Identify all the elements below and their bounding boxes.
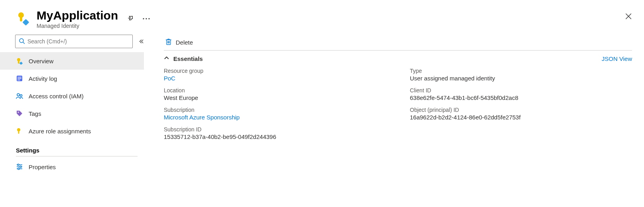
- sidebar-item-label: Tags: [29, 110, 41, 117]
- field-value: 16a9622d-b2d2-4124-86e0-62dd5fe2753f: [410, 114, 632, 121]
- key-small-icon: [16, 127, 23, 135]
- svg-point-18: [20, 95, 22, 97]
- activity-log-icon: [16, 75, 23, 82]
- field-value: 638e62fe-5474-43b1-bc6f-5435bf0d2ac8: [410, 94, 632, 101]
- svg-point-3: [143, 18, 144, 19]
- field-label: Resource group: [164, 68, 386, 74]
- essentials-grid: Resource group PoC Location West Europe …: [164, 68, 632, 146]
- svg-rect-21: [18, 131, 19, 134]
- svg-rect-16: [17, 80, 20, 80]
- key-icon: [16, 57, 23, 64]
- page-subtitle: Managed Identity: [37, 23, 632, 29]
- svg-point-8: [19, 39, 23, 43]
- page-header: MyApplication Managed Identity: [0, 0, 644, 35]
- field-resource-group: Resource group PoC: [164, 68, 386, 82]
- svg-rect-1: [20, 16, 22, 21]
- field-label: Subscription: [164, 107, 386, 113]
- field-subscription-id: Subscription ID 15335712-b37a-40b2-be95-…: [164, 126, 386, 140]
- sidebar-item-label: Properties: [29, 164, 56, 170]
- main-content: Delete Essentials JSON View Resource gro…: [144, 35, 644, 206]
- field-label: Type: [410, 68, 632, 74]
- field-value: West Europe: [164, 94, 386, 101]
- field-value-link[interactable]: PoC: [164, 75, 386, 82]
- svg-point-17: [17, 94, 19, 96]
- sidebar-item-overview[interactable]: Overview: [0, 52, 144, 70]
- tag-icon: [16, 110, 23, 117]
- trash-icon: [165, 38, 172, 47]
- field-label: Object (principal) ID: [410, 107, 632, 113]
- people-icon: [16, 92, 23, 100]
- svg-point-4: [145, 18, 147, 19]
- field-label: Location: [164, 87, 386, 94]
- svg-rect-2: [23, 19, 29, 25]
- search-input[interactable]: [27, 38, 129, 45]
- essentials-right-column: Type User assigned managed identity Clie…: [410, 68, 632, 146]
- sidebar: Overview Activity log Access control (IA…: [0, 35, 144, 206]
- field-subscription: Subscription Microsoft Azure Sponsorship: [164, 107, 386, 121]
- svg-rect-15: [17, 78, 21, 79]
- delete-button-label: Delete: [176, 39, 193, 46]
- sidebar-item-properties[interactable]: Properties: [0, 158, 144, 176]
- svg-rect-11: [18, 61, 19, 64]
- field-label: Subscription ID: [164, 126, 386, 133]
- svg-point-5: [148, 18, 149, 19]
- sidebar-item-label: Azure role assignments: [29, 128, 91, 135]
- essentials-heading: Essentials: [173, 55, 203, 62]
- field-label: Client ID: [410, 87, 632, 94]
- field-location: Location West Europe: [164, 87, 386, 101]
- field-value: 15335712-b37a-40b2-be95-049f2d244396: [164, 133, 386, 140]
- sidebar-item-tags[interactable]: Tags: [0, 105, 144, 122]
- chevron-up-icon: [164, 55, 169, 62]
- svg-point-19: [18, 112, 19, 113]
- sidebar-item-label: Overview: [29, 58, 54, 64]
- sidebar-nav: Overview Activity log Access control (IA…: [0, 52, 144, 176]
- delete-button[interactable]: Delete: [164, 37, 194, 48]
- sidebar-item-label: Activity log: [29, 75, 57, 82]
- sidebar-item-azure-role-assignments[interactable]: Azure role assignments: [0, 122, 144, 140]
- more-button[interactable]: [143, 18, 150, 20]
- sidebar-item-label: Access control (IAM): [29, 93, 83, 100]
- svg-point-23: [17, 164, 19, 166]
- sliders-icon: [16, 163, 23, 170]
- svg-point-25: [20, 166, 21, 168]
- svg-rect-14: [17, 77, 21, 78]
- sidebar-section-settings: Settings: [0, 147, 144, 154]
- json-view-link[interactable]: JSON View: [602, 55, 632, 62]
- page-title: MyApplication: [37, 9, 118, 22]
- svg-point-27: [18, 168, 19, 170]
- field-value: User assigned managed identity: [410, 75, 632, 82]
- sidebar-item-access-control[interactable]: Access control (IAM): [0, 87, 144, 105]
- search-input-wrapper[interactable]: [15, 35, 133, 48]
- svg-line-9: [23, 42, 25, 44]
- pin-button[interactable]: [128, 15, 135, 22]
- divider: [16, 156, 138, 156]
- command-bar: Delete: [164, 35, 632, 51]
- essentials-toggle[interactable]: Essentials: [164, 55, 203, 62]
- svg-rect-12: [19, 62, 23, 64]
- field-object-principal-id: Object (principal) ID 16a9622d-b2d2-4124…: [410, 107, 632, 121]
- close-button[interactable]: [625, 13, 632, 20]
- managed-identity-icon: [16, 11, 30, 25]
- sidebar-item-activity-log[interactable]: Activity log: [0, 70, 144, 87]
- field-value-link[interactable]: Microsoft Azure Sponsorship: [164, 114, 386, 121]
- field-type: Type User assigned managed identity: [410, 68, 632, 82]
- collapse-sidebar-button[interactable]: [138, 39, 144, 44]
- field-client-id: Client ID 638e62fe-5474-43b1-bc6f-5435bf…: [410, 87, 632, 101]
- essentials-left-column: Resource group PoC Location West Europe …: [164, 68, 386, 146]
- search-icon: [19, 38, 27, 45]
